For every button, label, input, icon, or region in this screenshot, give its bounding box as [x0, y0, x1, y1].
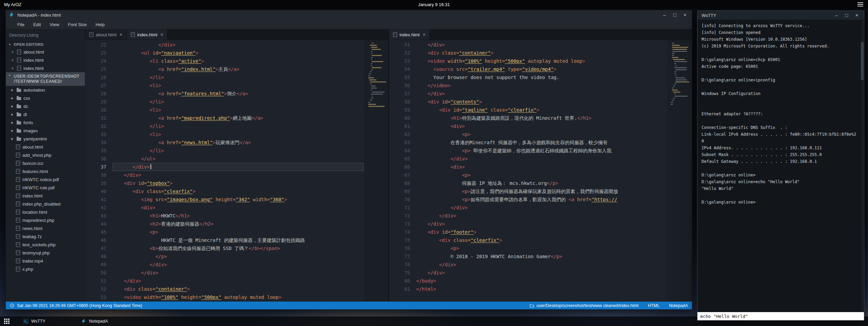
maximize-button[interactable]: □: [670, 12, 680, 18]
code-line[interactable]: <p>: [416, 130, 668, 138]
terminal-input[interactable]: [697, 312, 864, 320]
tree-folder-autostation[interactable]: ▶autostation: [6, 86, 85, 94]
tree-folder-yamlyamlmi[interactable]: ▶yamlyamlmi: [6, 135, 85, 143]
root-folder-header[interactable]: ▼ USER:/DESKTOP/SCREENSHOT /TEST/WWW CLE…: [6, 72, 85, 86]
code-line[interactable]: <div id="footer">: [416, 228, 668, 236]
tree-file-favicon-ico[interactable]: favicon.ico: [6, 159, 85, 167]
open-editor-item[interactable]: ×about.html: [6, 48, 85, 56]
code-line[interactable]: © 2018 - 2019 HKWTC Animation Gamer</p>: [416, 252, 668, 261]
code-line[interactable]: <p>請注意，我們的伺服器為確保玩家及遊玩時的質素，我們對伺服器開放: [416, 187, 668, 195]
menu-item-view[interactable]: View: [46, 21, 63, 28]
code-line[interactable]: <p>: [416, 171, 668, 179]
tree-file-trailer-mp4[interactable]: trailer.mp4: [6, 257, 85, 265]
tab-index-html[interactable]: index.html×: [389, 30, 430, 40]
close-tab-icon[interactable]: ×: [160, 32, 163, 37]
code-area[interactable]: </div> <div class="container"> <video wi…: [416, 40, 668, 302]
tree-file-about-html[interactable]: about.html: [6, 143, 85, 151]
code-line[interactable]: <img src="images/box.png" height="342" w…: [112, 195, 364, 204]
code-line[interactable]: </div>: [112, 41, 364, 49]
code-line[interactable]: </div>: [416, 41, 668, 49]
code-line[interactable]: </div>: [112, 261, 364, 269]
code-line[interactable]: <h2>香港的建築伺服器</h2>: [112, 220, 364, 228]
tree-folder-images[interactable]: ▶images: [6, 127, 85, 135]
terminal-scrollbar-thumb[interactable]: [861, 42, 864, 80]
code-line[interactable]: <b>你知道我們全線伺服器已轉用 SSD 了嗎？</b></span>: [112, 244, 364, 252]
tree-file-add-vhost-php[interactable]: add_vhost.php: [6, 151, 85, 159]
minimap[interactable]: [668, 40, 692, 302]
close-button[interactable]: ×: [680, 12, 690, 18]
open-editor-item[interactable]: ×index.html: [6, 56, 85, 64]
menu-item-edit[interactable]: Edit: [29, 21, 45, 28]
code-line[interactable]: <div class="clearfix">: [416, 236, 668, 244]
tree-file-hkwtc-notice-pdf[interactable]: HKWTC notice.pdf: [6, 175, 85, 184]
code-line[interactable]: </video>: [416, 81, 668, 90]
code-line[interactable]: </div>: [112, 277, 364, 285]
close-button[interactable]: ×: [852, 13, 862, 18]
code-line[interactable]: </div>: [416, 90, 668, 98]
code-line[interactable]: </body>: [416, 277, 668, 285]
tree-file-teabag-7z[interactable]: teabag.7z: [6, 232, 85, 241]
close-file-icon[interactable]: ×: [11, 50, 15, 55]
code-line[interactable]: </div>: [416, 220, 668, 228]
code-line[interactable]: <video width="100%" height="500px" autop…: [112, 293, 364, 301]
code-line[interactable]: <p> 即使你不是建築師，你也能透過紅石師或鐵路工程師的身份加入我: [416, 147, 668, 155]
code-line[interactable]: <li class="active">: [112, 57, 364, 65]
code-line[interactable]: </div>: [416, 261, 668, 269]
code-line[interactable]: </div>: [416, 269, 668, 277]
code-line[interactable]: <div>: [112, 204, 364, 212]
code-line[interactable]: <li>: [112, 106, 364, 114]
code-line[interactable]: HKWTC 是一個 Minecraft 的建築伺服器，主要建築計劃包括鐵路: [112, 236, 364, 244]
code-line[interactable]: Your browser does not support the video …: [416, 73, 668, 81]
code-line[interactable]: <p>如有問題或需要申請白名單，歡迎加入我們的 <a href="https:/…: [416, 195, 668, 204]
status-file-path-group[interactable]: user/Desktop/screenshot/test/www cleaned…: [530, 303, 638, 308]
close-file-icon[interactable]: ×: [11, 66, 15, 71]
code-line[interactable]: </div>: [416, 212, 668, 220]
code-line[interactable]: <video width="100%" height="500px" autop…: [416, 57, 668, 65]
taskbar-item-notepada[interactable]: NotepadA: [75, 317, 132, 326]
code-line[interactable]: <h1>HKWTC</h1>: [112, 212, 364, 220]
tree-folder-fonts[interactable]: ▶fonts: [6, 118, 85, 127]
code-line[interactable]: </li>: [112, 122, 364, 130]
app-launcher-icon[interactable]: [4, 319, 10, 324]
code-line[interactable]: <a href="features.html">簡介</a>: [112, 90, 364, 98]
code-line[interactable]: <div>: [416, 122, 668, 130]
code-line[interactable]: </div>: [112, 171, 364, 179]
tree-folder-dl[interactable]: ▶dl: [6, 110, 85, 118]
tree-file-test-sockets-php[interactable]: test_sockets.php: [6, 241, 85, 249]
wstty-title-bar[interactable]: WsTTY – □ ×: [697, 11, 864, 20]
code-line[interactable]: </li>: [112, 147, 364, 155]
code-line[interactable]: </html>: [416, 285, 668, 293]
code-area[interactable]: </div> <ul id="navigation"> <li class="a…: [112, 40, 364, 302]
editor-right[interactable]: 5152535455565758596061626364656667686970…: [389, 40, 692, 302]
code-line[interactable]: <div id="contents">: [416, 98, 668, 106]
tree-folder-css[interactable]: ▶css: [6, 94, 85, 102]
tree-file-index-php-disabled[interactable]: index.php_disabled: [6, 200, 85, 208]
tab-index-html[interactable]: index.html×: [127, 30, 167, 40]
tree-file-testmysql-php[interactable]: testmysql.php: [6, 249, 85, 257]
tab-about-html[interactable]: about.html×: [85, 30, 127, 40]
minimize-button[interactable]: –: [659, 12, 670, 18]
maximize-button[interactable]: □: [842, 13, 852, 18]
status-language[interactable]: HTML: [648, 303, 659, 308]
code-line[interactable]: <p>: [112, 228, 364, 236]
code-line[interactable]: <a href="mapredirect.php">網上地圖</a>: [112, 114, 364, 122]
code-line[interactable]: <a href="news.html">玩家傳送門</a>: [112, 138, 364, 147]
tree-folder-dc[interactable]: ▶dc: [6, 102, 85, 110]
code-line[interactable]: <div class="container">: [112, 285, 364, 293]
code-line[interactable]: <div class="clearfix">: [112, 187, 364, 195]
hamburger-menu-icon[interactable]: [857, 2, 863, 6]
terminal-output[interactable]: [info] Connecting to arozos WsTTY servic…: [697, 20, 864, 312]
code-line[interactable]: </li>: [112, 73, 364, 81]
open-editor-item[interactable]: ×index.html: [6, 64, 85, 72]
tree-file-x-php[interactable]: x.php: [6, 265, 85, 273]
menu-item-font-size[interactable]: Font Size: [64, 21, 91, 28]
minimize-button[interactable]: –: [831, 13, 842, 18]
code-line[interactable]: </li>: [112, 98, 364, 106]
code-line[interactable]: </div>: [112, 163, 364, 171]
code-line[interactable]: <a href="index.html">主頁</a>: [112, 65, 364, 73]
code-line[interactable]: <source src="trailer.mp4" type="video/mp…: [416, 65, 668, 73]
close-file-icon[interactable]: ×: [11, 58, 15, 63]
editor-left[interactable]: 2223242526272829303132333435363738394041…: [85, 40, 388, 302]
code-line[interactable]: <li>: [112, 130, 364, 138]
close-tab-icon[interactable]: ×: [120, 32, 122, 37]
